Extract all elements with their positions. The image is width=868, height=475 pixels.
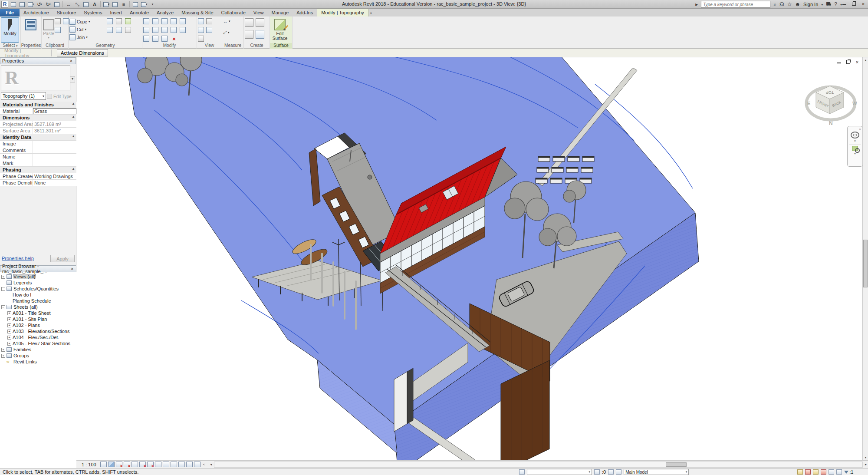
prop-row-name[interactable]: Name <box>0 154 76 160</box>
sun-path-icon[interactable] <box>116 462 122 467</box>
tree-item-sheet-a101[interactable]: +A101 - Site Plan <box>0 316 76 322</box>
tab-structure[interactable]: Structure <box>53 9 80 17</box>
measure-between-refs-button[interactable]: ↔▾ <box>223 17 243 25</box>
prop-group-header[interactable]: Dimensions▴ <box>0 115 76 121</box>
reveal-hidden-elements-icon[interactable] <box>171 462 177 467</box>
tree-item-sheet-a104[interactable]: +A104 - Elev./Sec./Det. <box>0 334 76 340</box>
steering-wheel-icon[interactable] <box>851 132 859 139</box>
match-type-icon[interactable] <box>55 27 61 33</box>
rendering-dialog-icon[interactable] <box>132 462 138 467</box>
subscription-icon[interactable]: ☊ <box>779 1 784 7</box>
scroll-up-icon[interactable]: ▴ <box>863 57 868 63</box>
horizontal-scrollbar[interactable] <box>214 462 863 468</box>
infocenter-search-input[interactable] <box>701 1 770 8</box>
steering-wheel-dropdown-icon[interactable]: ▾ <box>854 139 856 143</box>
linework-icon[interactable] <box>198 27 204 33</box>
worksharing-display-icon[interactable] <box>519 469 525 475</box>
zoom-icon[interactable] <box>852 146 858 151</box>
properties-button[interactable] <box>22 17 40 43</box>
scroll-left-icon[interactable]: ◂ <box>209 462 213 466</box>
ribbon-state-toggle-icon[interactable]: ▾ <box>368 11 374 15</box>
pin-icon[interactable] <box>180 27 186 33</box>
expander-icon[interactable]: + <box>7 336 11 340</box>
tab-modify-topography[interactable]: Modify | Topography <box>317 9 368 16</box>
array-icon[interactable] <box>143 36 149 42</box>
override-graphics-icon[interactable] <box>198 18 204 24</box>
prop-row-projected-area[interactable]: Projected Area3527.169 m² <box>0 121 76 128</box>
delete-icon[interactable]: × <box>171 36 178 43</box>
tree-item-legends[interactable]: Legends <box>0 280 76 286</box>
design-options-icon[interactable] <box>608 469 614 475</box>
active-workset-select[interactable]: ▾ <box>527 469 592 475</box>
tree-item-schedules[interactable]: −Schedules/Quantities <box>0 286 76 292</box>
design-option-select[interactable]: Main Model▾ <box>624 469 689 475</box>
active-only-icon[interactable] <box>616 469 621 475</box>
collapse-infocenter-icon[interactable]: ▸ <box>695 1 698 7</box>
show-crop-region-icon[interactable] <box>147 462 154 467</box>
tab-view[interactable]: View <box>250 9 268 17</box>
drawing-area[interactable]: × TOP FRONT BACK E W N × ▾ ▾ ▴ ▾ <box>76 57 868 468</box>
cope-button[interactable]: Cope▾ <box>69 18 107 26</box>
prop-row-surface-area[interactable]: Surface Area3611.301 m² <box>0 128 76 134</box>
scale-icon[interactable] <box>152 36 158 42</box>
move-icon[interactable] <box>143 27 149 33</box>
horizontal-scroll-thumb[interactable] <box>666 462 687 467</box>
render-gallery-icon[interactable] <box>206 18 212 24</box>
mirror-draw-axis-icon[interactable] <box>171 18 177 24</box>
reveal-constraints-icon[interactable] <box>194 462 201 467</box>
search-icon[interactable]: ⌕ <box>773 1 776 7</box>
rotate-icon[interactable] <box>161 27 168 33</box>
view-minimize-icon[interactable] <box>836 59 842 65</box>
cut-to-clipboard-icon[interactable] <box>63 18 69 24</box>
tree-item-revit-links[interactable]: ∞Revit Links <box>0 359 76 365</box>
view-scale-button[interactable]: 1 : 100 <box>79 462 99 467</box>
expander-icon[interactable]: + <box>7 330 11 333</box>
tab-file[interactable]: File <box>0 9 20 17</box>
align-icon[interactable] <box>143 18 149 24</box>
type-preview[interactable]: R <box>1 65 70 90</box>
cut-geometry-button[interactable]: Cut▾ <box>69 26 107 33</box>
expander-icon[interactable]: + <box>1 348 5 352</box>
editing-requests-icon[interactable] <box>594 469 600 475</box>
activate-dimensions-button[interactable]: Activate Dimensions <box>57 49 108 56</box>
collapse-view-bar-icon[interactable]: < <box>202 462 207 466</box>
opening-icon[interactable] <box>116 18 122 24</box>
paint-icon[interactable] <box>116 27 122 33</box>
tree-item-planting-schedule[interactable]: Planting Schedule <box>0 298 76 304</box>
prop-group-header[interactable]: Phasing▴ <box>0 167 76 173</box>
tab-architecture[interactable]: Architecture <box>20 9 53 17</box>
prop-row-mark[interactable]: Mark <box>0 160 76 167</box>
tab-massing-site[interactable]: Massing & Site <box>178 9 217 17</box>
vertical-scrollbar[interactable]: ▴ ▾ <box>862 57 868 460</box>
vertical-scroll-thumb[interactable] <box>863 240 868 287</box>
split-element-icon[interactable] <box>180 18 186 24</box>
navbar-close-icon[interactable]: × <box>859 127 862 131</box>
tree-item-sheets[interactable]: −Sheets (all) <box>0 304 76 310</box>
prop-group-header[interactable]: Materials and Finishes▴ <box>0 102 76 108</box>
temporary-view-properties-icon[interactable] <box>178 462 185 467</box>
unpin-icon[interactable] <box>161 36 168 42</box>
favorites-star-icon[interactable]: ☆ <box>787 1 792 7</box>
tree-item-how-do-i[interactable]: How do I <box>0 292 76 298</box>
dimension-button[interactable]: ⤢▾ <box>223 29 243 36</box>
thin-lines-toggle-icon[interactable] <box>206 27 212 33</box>
properties-palette-header[interactable]: Properties × <box>0 57 76 64</box>
collapse-icon[interactable]: − <box>1 305 5 309</box>
type-preview-dropdown-icon[interactable]: ▾ <box>70 76 75 82</box>
sign-in-label[interactable]: Sign In <box>803 2 818 7</box>
view-restore-icon[interactable] <box>845 59 851 65</box>
drag-on-selection-toggle-icon[interactable] <box>829 469 834 475</box>
copy-icon[interactable] <box>152 27 158 33</box>
select-pinned-toggle-icon[interactable] <box>813 469 819 475</box>
collapse-icon[interactable]: − <box>1 287 5 291</box>
selection-filter[interactable]: :1 <box>844 469 853 475</box>
restore-window-icon[interactable] <box>851 1 857 7</box>
site-gate[interactable] <box>394 368 413 432</box>
prop-row-comments[interactable]: Comments <box>0 147 76 154</box>
paste-button[interactable]: Paste ▾ <box>43 17 55 43</box>
prop-row-material[interactable]: MaterialGrass <box>0 108 76 115</box>
copy-to-clipboard-icon[interactable] <box>55 18 61 24</box>
displacement-sets-icon[interactable] <box>186 462 193 467</box>
tab-analyze[interactable]: Analyze <box>153 9 178 17</box>
demolish-hammer-icon[interactable] <box>125 27 131 33</box>
